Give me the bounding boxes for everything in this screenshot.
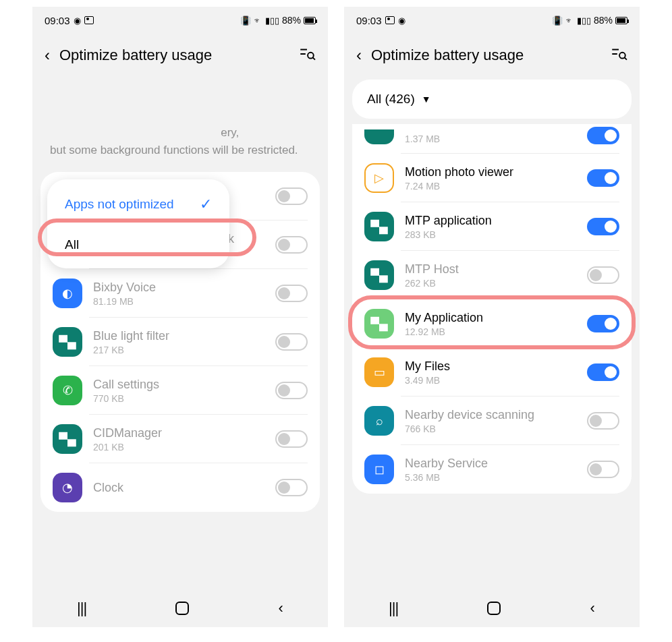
app-icon: ▭ — [364, 357, 394, 387]
toggle[interactable] — [587, 461, 619, 478]
header: ‹ Optimize battery usage — [32, 34, 328, 77]
app-icon: ▷ — [364, 163, 394, 193]
app-name: Nearby device scanning — [405, 408, 576, 422]
app-size: 766 KB — [405, 424, 576, 434]
toggle[interactable] — [587, 363, 619, 381]
svg-line-7 — [625, 57, 627, 59]
app-row[interactable]: ✆Call settings770 KB — [40, 366, 320, 415]
app-name: Blue light filter — [93, 329, 264, 343]
page-title: Optimize battery usage — [59, 47, 289, 64]
status-time: 09:03 — [356, 15, 382, 26]
app-size: 770 KB — [93, 393, 264, 404]
back-icon[interactable]: ‹ — [356, 46, 362, 65]
nav-home[interactable] — [175, 602, 189, 615]
app-icon: ◐ — [53, 279, 82, 308]
toggle[interactable] — [587, 315, 619, 332]
app-size: 1.37 MB — [405, 134, 576, 144]
header: ‹ Optimize battery usage — [344, 34, 640, 77]
app-name: Nearby Service — [405, 457, 576, 471]
app-icon: ▀▄ — [53, 424, 82, 454]
content-right: 1.37 MB ▷Motion photo viewer7.24 MB▀▄MTP… — [344, 124, 640, 589]
hint-icon: ◉ — [398, 16, 405, 26]
app-icon: ◻ — [364, 455, 394, 484]
app-size: 283 KB — [405, 229, 576, 240]
toggle[interactable] — [587, 169, 619, 187]
toggle[interactable] — [275, 333, 308, 351]
description-text: Apps not optimized use more battery, but… — [32, 77, 328, 172]
dropdown-apps-not-optimized[interactable]: Apps not optimized ✓ — [47, 183, 229, 225]
toggle[interactable] — [275, 430, 308, 448]
filter-label: All (426) — [367, 92, 415, 107]
app-size: 12.92 MB — [405, 326, 576, 337]
toggle[interactable] — [587, 266, 619, 284]
nav-back[interactable]: ‹ — [279, 600, 283, 617]
nav-recent[interactable]: ||| — [77, 600, 86, 617]
wifi-icon: ᯤ — [565, 16, 574, 26]
nav-home[interactable] — [487, 602, 501, 615]
app-icon: ⌕ — [364, 406, 394, 436]
app-name: CIDManager — [93, 426, 264, 440]
phone-right: 09:03 ◉ 📳 ᯤ ▮▯▯ 88% ‹ Optimize battery u… — [344, 7, 640, 627]
app-name: Clock — [93, 481, 264, 495]
back-icon[interactable]: ‹ — [45, 46, 50, 65]
status-bar: 09:03 ◉ 📳 ᯤ ▮▯▯ 88% — [32, 7, 328, 34]
battery-percent: 88% — [594, 15, 613, 26]
filter-selector[interactable]: All (426) ▼ — [352, 80, 632, 119]
nav-recent[interactable]: ||| — [389, 600, 398, 617]
app-row[interactable]: ▀▄CIDManager201 KB — [40, 415, 320, 463]
toggle[interactable] — [587, 127, 619, 144]
vibrate-icon: 📳 — [552, 16, 563, 26]
app-row[interactable]: ▀▄MTP application283 KB — [352, 202, 632, 251]
app-row-partial[interactable]: 1.37 MB — [352, 127, 632, 154]
battery-icon — [615, 17, 627, 24]
svg-point-6 — [619, 53, 625, 59]
app-name: My Application — [405, 311, 576, 325]
app-row[interactable]: ▀▄Blue light filter217 KB — [40, 318, 320, 366]
filter-search-icon[interactable] — [610, 45, 627, 65]
toggle[interactable] — [587, 218, 619, 235]
check-icon: ✓ — [200, 196, 212, 213]
app-row[interactable]: ◔Clock — [40, 463, 320, 512]
app-row[interactable]: ▭My Files3.49 MB — [352, 348, 632, 397]
app-icon: ✆ — [53, 376, 82, 405]
signal-icon: ▮▯▯ — [265, 16, 279, 26]
app-row[interactable]: ▀▄MTP Host262 KB — [352, 251, 632, 299]
screenshot-icon — [385, 16, 395, 24]
app-size: 3.49 MB — [405, 375, 576, 386]
app-name: Bixby Voice — [93, 281, 264, 295]
signal-icon: ▮▯▯ — [577, 16, 591, 26]
toggle[interactable] — [587, 412, 619, 430]
dropdown-all[interactable]: All — [47, 225, 229, 264]
filter-search-icon[interactable] — [298, 45, 316, 65]
app-icon: ▀▄ — [53, 327, 82, 357]
app-name: My Files — [405, 359, 576, 374]
toggle[interactable] — [275, 382, 308, 399]
app-size: 217 KB — [93, 345, 264, 355]
toggle[interactable] — [275, 236, 308, 254]
app-row[interactable]: ⌕Nearby device scanning766 KB — [352, 397, 632, 445]
app-icon: ▀▄ — [364, 309, 394, 339]
app-icon: ◔ — [53, 473, 82, 502]
app-size: 7.24 MB — [405, 181, 576, 192]
app-row[interactable]: ▷Motion photo viewer7.24 MB — [352, 154, 632, 202]
app-size: 81.19 MB — [93, 296, 264, 307]
screenshot-icon — [84, 16, 94, 24]
app-name: MTP application — [405, 214, 576, 228]
phone-left: 09:03 ◉ 📳 ᯤ ▮▯▯ 88% ‹ Optimize battery u… — [32, 7, 328, 627]
nav-bar: ||| ‹ — [344, 589, 640, 627]
svg-point-2 — [308, 53, 314, 59]
app-row[interactable]: ◐Bixby Voice81.19 MB — [40, 269, 320, 318]
toggle[interactable] — [275, 187, 308, 205]
app-name: Call settings — [93, 378, 264, 392]
nav-back[interactable]: ‹ — [590, 600, 595, 617]
toggle[interactable] — [275, 285, 308, 302]
nav-bar: ||| ‹ — [32, 589, 328, 627]
status-bar: 09:03 ◉ 📳 ᯤ ▮▯▯ 88% — [344, 7, 640, 34]
app-row[interactable]: ◻Nearby Service5.36 MB — [352, 445, 632, 494]
app-row[interactable]: ▀▄My Application12.92 MB — [352, 299, 632, 348]
hint-icon: ◉ — [74, 16, 81, 26]
app-size: 5.36 MB — [405, 472, 576, 483]
battery-percent: 88% — [282, 15, 301, 26]
app-list[interactable]: 1.37 MB ▷Motion photo viewer7.24 MB▀▄MTP… — [352, 124, 632, 494]
toggle[interactable] — [275, 479, 308, 496]
